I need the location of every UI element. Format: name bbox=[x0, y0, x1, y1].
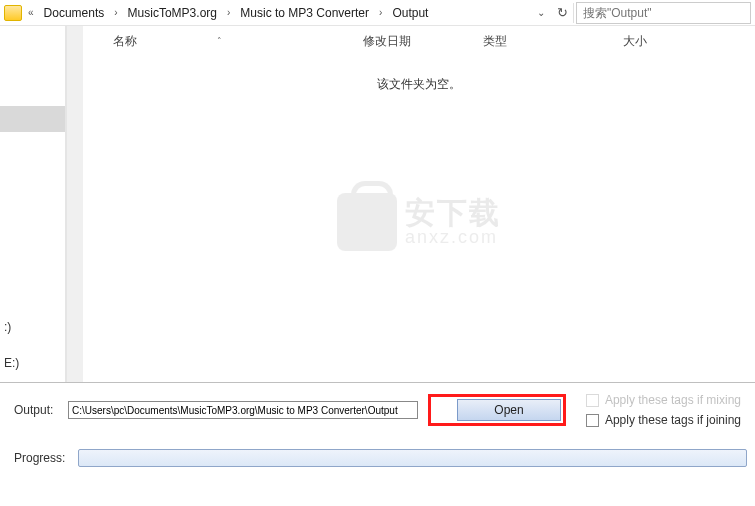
bag-icon bbox=[337, 193, 397, 251]
output-row: Output: Open Apply these tags if mixing … bbox=[8, 393, 747, 427]
crumb-output[interactable]: Output bbox=[388, 4, 432, 22]
nav-sidebar: :) E:) bbox=[0, 26, 66, 382]
open-button[interactable]: Open bbox=[457, 399, 561, 421]
checkbox-icon bbox=[586, 394, 599, 407]
chevron-right-icon: › bbox=[225, 7, 232, 18]
open-highlight: Open bbox=[428, 394, 566, 426]
watermark: 安下载 anxz.com bbox=[337, 193, 501, 251]
breadcrumb[interactable]: « Documents › MusicToMP3.org › Music to … bbox=[0, 4, 531, 22]
progress-bar bbox=[78, 449, 747, 467]
column-modified[interactable]: 修改日期 bbox=[363, 33, 483, 50]
chevron-down-icon[interactable]: ⌄ bbox=[531, 7, 551, 18]
empty-folder-message: 该文件夹为空。 bbox=[83, 56, 755, 93]
crumb-documents[interactable]: Documents bbox=[40, 4, 109, 22]
checkbox-label: Apply these tags if joining bbox=[605, 413, 741, 427]
progress-label: Progress: bbox=[8, 451, 72, 465]
sidebar-selected-item[interactable] bbox=[0, 106, 65, 132]
watermark-title: 安下载 bbox=[405, 198, 501, 228]
search-input-wrapper[interactable] bbox=[576, 2, 751, 24]
output-path-input[interactable] bbox=[68, 401, 418, 419]
search-input[interactable] bbox=[583, 6, 744, 20]
column-headers: 名称 ˄ 修改日期 类型 大小 bbox=[83, 26, 755, 56]
watermark-url: anxz.com bbox=[405, 228, 501, 246]
crumb-musictomp3[interactable]: MusicToMP3.org bbox=[124, 4, 221, 22]
bottom-panel: Output: Open Apply these tags if mixing … bbox=[0, 382, 755, 506]
sidebar-item-drive-e[interactable]: E:) bbox=[0, 354, 65, 372]
checkbox-label: Apply these tags if mixing bbox=[605, 393, 741, 407]
sort-indicator-icon: ˄ bbox=[217, 36, 222, 46]
sidebar-item-smiley[interactable]: :) bbox=[0, 318, 65, 336]
address-bar: « Documents › MusicToMP3.org › Music to … bbox=[0, 0, 755, 26]
chevron-right-icon: › bbox=[377, 7, 384, 18]
folder-icon bbox=[4, 5, 22, 21]
column-size[interactable]: 大小 bbox=[623, 33, 703, 50]
checkbox-icon bbox=[586, 414, 599, 427]
file-list-area: 名称 ˄ 修改日期 类型 大小 该文件夹为空。 安下载 anxz.com bbox=[83, 26, 755, 382]
tag-options: Apply these tags if mixing Apply these t… bbox=[586, 393, 747, 427]
checkbox-tags-mixing[interactable]: Apply these tags if mixing bbox=[586, 393, 741, 407]
explorer-body: :) E:) 名称 ˄ 修改日期 类型 大小 该文件夹为空。 安下载 anxz.… bbox=[0, 26, 755, 382]
sidebar-scrollbar[interactable] bbox=[66, 26, 83, 382]
breadcrumb-prefix: « bbox=[26, 7, 36, 18]
refresh-icon[interactable]: ↻ bbox=[551, 3, 573, 23]
chevron-right-icon: › bbox=[112, 7, 119, 18]
progress-row: Progress: bbox=[8, 449, 747, 467]
crumb-converter[interactable]: Music to MP3 Converter bbox=[236, 4, 373, 22]
output-label: Output: bbox=[8, 403, 58, 417]
checkbox-tags-joining[interactable]: Apply these tags if joining bbox=[586, 413, 741, 427]
divider bbox=[573, 3, 574, 23]
column-type[interactable]: 类型 bbox=[483, 33, 623, 50]
column-name[interactable]: 名称 bbox=[113, 33, 137, 50]
